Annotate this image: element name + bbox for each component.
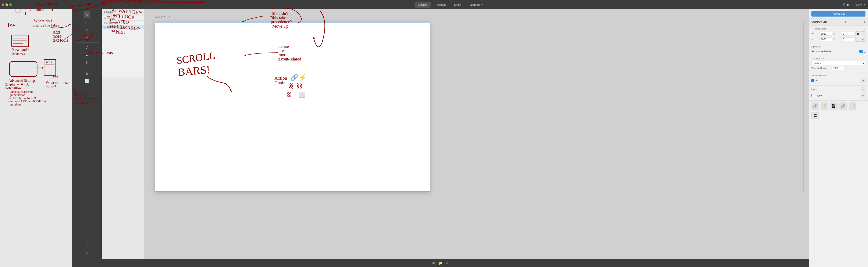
svg-text:Glyphs → ✱ • A: Glyphs → ✱ • A xyxy=(5,82,29,86)
align-left-icon[interactable]: ⬛ xyxy=(856,31,860,36)
svg-marker-7 xyxy=(68,24,71,25)
app-dropdown-icon[interactable]: ▼ xyxy=(481,4,483,6)
svg-text:change the tabs?: change the tabs? xyxy=(33,23,60,27)
layers-panel: All Items + 🔍 ARTBOARDS ▭ Web 1920 – 1 xyxy=(102,9,144,77)
zoom-label: 71.3% xyxy=(855,3,862,6)
component-add-icon[interactable]: + xyxy=(864,20,865,24)
artboard[interactable] xyxy=(155,22,430,192)
transform-info-icon[interactable]: ℹ xyxy=(864,27,866,30)
layers-search-input[interactable] xyxy=(107,17,142,20)
layout-checkbox[interactable] xyxy=(811,94,814,97)
flip-v-icon[interactable]: ↕ xyxy=(856,37,860,42)
scrolling-section: SCROLLING Vertical None Horizontal Panni… xyxy=(809,56,868,73)
fill-row: Fill + xyxy=(811,78,865,83)
component-icon-chain[interactable]: ⛓ xyxy=(830,102,838,110)
viewport-height-label: Viewport Height xyxy=(811,67,831,70)
canvas-area[interactable]: Web 1920 – 1 xyxy=(144,9,809,267)
layers-header: All Items + xyxy=(102,9,144,16)
layout-row: Layout ⚙ xyxy=(811,93,865,98)
minimize-button[interactable] xyxy=(5,3,8,6)
shape-tool[interactable]: ⬜ xyxy=(84,78,90,84)
svg-text:Advanced Settings: Advanced Settings xyxy=(8,79,36,83)
component-icon-link[interactable]: 🔗 xyxy=(811,102,819,110)
component-icon-square[interactable]: ⬜ xyxy=(849,102,856,110)
component-icon-chain2[interactable]: ⛓ xyxy=(811,112,819,119)
tab-prototype[interactable]: Prototype xyxy=(431,2,450,8)
top-bar-right: 👤 ▶ ↑ 71.3% ▼ xyxy=(826,3,868,6)
svg-rect-25 xyxy=(9,61,37,76)
y-input[interactable] xyxy=(841,37,854,41)
transform-h-row: H Y ↕ ↻ xyxy=(811,37,865,42)
x-input[interactable] xyxy=(841,32,854,36)
zoom-tool[interactable]: ⊕ xyxy=(84,70,90,77)
svg-text:- Special characters: - Special characters xyxy=(8,90,33,94)
appearance-section: APPEARANCE Fill + xyxy=(809,73,868,85)
play-icon[interactable]: ▶ xyxy=(847,3,849,6)
grid-tool[interactable]: ⊞ xyxy=(84,242,90,248)
layout-label: Layout xyxy=(815,94,860,97)
transform-w-row: W X ⬛ ↔ xyxy=(811,31,865,36)
bottom-toolbar: ⊞ 📁 🔌 xyxy=(72,259,809,267)
responsive-resize-row: Responsive Resize xyxy=(811,50,865,53)
grid-settings-icon[interactable]: ⚙ xyxy=(861,93,865,98)
rotate-icon[interactable]: ↻ xyxy=(861,37,865,42)
scroll-direction-select[interactable]: Vertical None Horizontal Panning xyxy=(811,61,865,65)
responsive-resize-toggle[interactable] xyxy=(859,50,865,53)
svg-text:1: 1 xyxy=(24,11,27,16)
component-icon-bolt[interactable]: ⚡ xyxy=(821,102,828,110)
component-icon-link2[interactable]: 🔗 xyxy=(839,102,847,110)
vertical-scrollbar[interactable] xyxy=(803,22,804,192)
transform-title: TRANSFORM ℹ xyxy=(811,27,865,30)
component-info-icon[interactable]: ℹ xyxy=(845,20,846,24)
ellipse-tool[interactable]: ○ xyxy=(84,26,90,33)
search-icon: 🔍 xyxy=(103,17,106,20)
svg-text:- humor (ARTSY PRESETS): - humor (ARTSY PRESETS) xyxy=(8,100,46,103)
svg-text:- numbers: - numbers xyxy=(8,103,22,106)
svg-text:spd▪: spd▪ xyxy=(9,24,16,27)
pen-tool[interactable]: ✒ xyxy=(84,52,90,59)
appearance-title: APPEARANCE xyxy=(811,75,865,77)
fill-checkbox[interactable] xyxy=(811,79,814,82)
flip-h-icon[interactable]: ↔ xyxy=(861,31,865,36)
assets-bottom-icon[interactable]: 📁 xyxy=(437,260,443,266)
share-icon[interactable]: ↑ xyxy=(851,3,853,6)
grid-add-icon[interactable]: + xyxy=(861,87,865,92)
plugins-bottom-icon[interactable]: 🔌 xyxy=(444,260,450,266)
app-name: Example xyxy=(469,3,480,6)
layout-title: LAYOUT xyxy=(811,46,865,48)
svg-rect-10 xyxy=(12,35,29,47)
close-button[interactable] xyxy=(2,3,4,6)
tab-share[interactable]: Share xyxy=(450,2,465,8)
fill-add-icon[interactable]: + xyxy=(861,78,865,83)
select-tool[interactable]: ↖ xyxy=(84,11,90,18)
w-input[interactable] xyxy=(819,32,832,36)
svg-text:more: more xyxy=(53,34,61,38)
line-tool[interactable]: ╱ xyxy=(84,44,90,51)
layers-add-icon[interactable]: + xyxy=(140,10,142,15)
svg-text:STYLE: STYLE xyxy=(45,61,53,64)
repeat-grid-button[interactable]: Repeat Grid xyxy=(811,11,865,17)
rectangle-tool[interactable]: ▭ xyxy=(84,19,90,25)
artboard-layer-name: Web 1920 – 1 xyxy=(107,25,123,28)
triangle-tool[interactable]: △ xyxy=(84,34,90,41)
text-tool[interactable]: T xyxy=(84,60,90,66)
y-label: Y xyxy=(833,38,840,41)
fullscreen-button[interactable] xyxy=(9,3,12,6)
repeat-grid-section: Repeat Grid xyxy=(809,9,868,19)
right-panel: Repeat Grid COMPONENT ℹ + TRANSFORM ℹ W … xyxy=(809,9,868,267)
zoom-dropdown-icon[interactable]: ▼ xyxy=(863,4,865,6)
layers-tool[interactable]: ≡ xyxy=(84,250,90,257)
svg-text:- CAPS (artsy fonts?): - CAPS (artsy fonts?) xyxy=(8,96,36,100)
h-input[interactable] xyxy=(819,37,832,41)
layers-bottom-icon[interactable]: ⊞ xyxy=(431,260,437,266)
top-bar: Design Prototype Share Example ▼ 👤 ▶ ↑ 7… xyxy=(0,0,868,9)
left-toolbar: ↖ ▭ ○ △ ╱ ✒ T ⊕ ⬜ ⊞ ≡ ⚏ xyxy=(72,9,102,267)
artboard-layer-item[interactable]: ▭ Web 1920 – 1 xyxy=(102,25,144,29)
tab-design[interactable]: Design xyxy=(414,2,431,8)
layers-search: 🔍 xyxy=(102,16,144,21)
grid-section: GRID + Layout ⚙ xyxy=(809,85,868,101)
viewport-height-input[interactable] xyxy=(832,66,844,70)
transform-align-btns: ⬛ ↔ xyxy=(856,31,865,36)
grid-title: GRID + xyxy=(811,87,865,92)
svg-text:Where do I: Where do I xyxy=(34,19,52,23)
